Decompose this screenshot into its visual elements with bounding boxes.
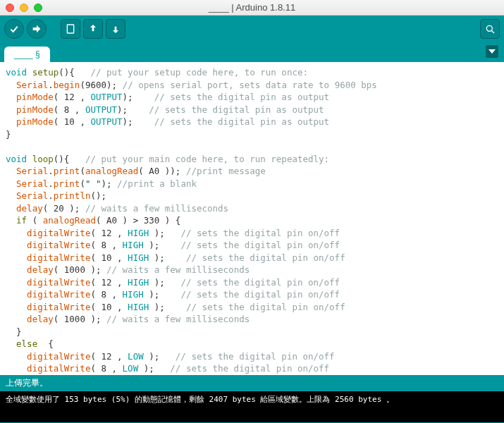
window-controls (6, 4, 42, 12)
verify-button[interactable] (4, 19, 24, 39)
tab-menu-button[interactable] (486, 45, 498, 58)
window-title: ____ | Arduino 1.8.11 (0, 2, 504, 13)
console-output[interactable]: 全域變數使用了 153 bytes (5%) 的動態記憶體，剩餘 2407 by… (0, 391, 504, 422)
toolbar (0, 16, 504, 42)
svg-line-2 (492, 31, 494, 33)
svg-rect-0 (67, 25, 73, 33)
svg-marker-3 (488, 49, 496, 54)
upload-status: 上傳完畢。 (0, 375, 504, 391)
titlebar: ____ | Arduino 1.8.11 (0, 0, 504, 16)
tab-sketch[interactable]: ____ § (4, 47, 50, 62)
tabbar: ____ § (0, 42, 504, 62)
upload-button[interactable] (27, 19, 47, 39)
close-button[interactable] (6, 4, 14, 12)
code-editor[interactable]: void setup(){ // put your setup code her… (0, 62, 504, 375)
save-button[interactable] (106, 19, 125, 39)
new-button[interactable] (61, 19, 80, 39)
serial-monitor-button[interactable] (480, 19, 500, 39)
open-button[interactable] (83, 19, 103, 39)
minimize-button[interactable] (20, 4, 28, 12)
svg-point-1 (486, 25, 492, 31)
maximize-button[interactable] (34, 4, 42, 12)
